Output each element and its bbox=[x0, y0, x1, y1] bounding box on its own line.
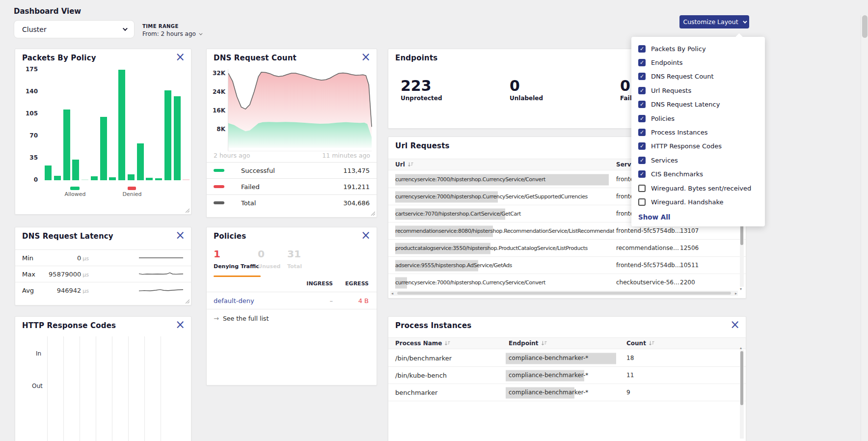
menu-item-label: Process Instances bbox=[651, 129, 708, 136]
checkbox[interactable]: ✓ bbox=[638, 198, 646, 206]
menu-item-wireguard-handshake[interactable]: ✓ Wireguard. Handshake bbox=[638, 195, 765, 209]
tab-count: 1 bbox=[214, 249, 259, 259]
failed-swatch bbox=[214, 185, 224, 188]
checkbox[interactable]: ✓ bbox=[638, 45, 646, 53]
checkbox[interactable]: ✓ bbox=[638, 129, 646, 136]
x-axis-label-end: 11 minutes ago bbox=[322, 152, 370, 159]
count-value: 11 bbox=[626, 367, 634, 384]
column-label: Process Name bbox=[395, 340, 442, 347]
bar bbox=[146, 178, 153, 180]
stat-value: 223 bbox=[401, 78, 442, 94]
legend-value: 191,211 bbox=[343, 183, 370, 191]
latency-unit: µs bbox=[82, 255, 89, 262]
widget-title: Process Instances bbox=[395, 321, 471, 330]
menu-item-label: CIS Benchmarks bbox=[651, 170, 703, 178]
table-header: Process Name Endpoint Count bbox=[388, 337, 746, 349]
widget-title: DNS Request Count bbox=[214, 54, 297, 62]
column-header-process-name[interactable]: Process Name bbox=[395, 340, 450, 347]
resize-handle-icon[interactable] bbox=[185, 208, 190, 213]
show-all-link[interactable]: Show All bbox=[638, 213, 670, 221]
tab-denying-traffic[interactable]: 1 Denying Traffic bbox=[214, 249, 259, 270]
scrollbar-thumb[interactable] bbox=[397, 292, 731, 295]
checkbox[interactable]: ✓ bbox=[638, 170, 646, 178]
checkbox[interactable]: ✓ bbox=[638, 157, 646, 164]
checkbox[interactable]: ✓ bbox=[638, 101, 646, 108]
view-selector[interactable]: Cluster bbox=[14, 20, 135, 38]
menu-item-policies[interactable]: ✓ Policies bbox=[638, 111, 765, 125]
service-value: checkoutservice-56… bbox=[616, 274, 679, 291]
url-value: recommendationservice:8080/hipstershop.R… bbox=[395, 222, 614, 240]
column-header-url[interactable]: Url bbox=[395, 161, 413, 168]
row-label-in: In bbox=[36, 350, 41, 357]
customize-layout-button[interactable]: Customize Layout bbox=[679, 15, 749, 28]
y-tick-label: 8K bbox=[217, 126, 225, 133]
page-scrollbar[interactable] bbox=[861, 15, 868, 441]
scroll-right-icon[interactable]: ▸ bbox=[735, 291, 737, 296]
bar bbox=[72, 160, 79, 180]
sparkline bbox=[139, 286, 183, 294]
column-label: Endpoint bbox=[509, 340, 539, 347]
tab-total[interactable]: 31 Total bbox=[287, 249, 302, 270]
menu-item-dns-request-latency[interactable]: ✓ DNS Request Latency bbox=[638, 98, 765, 111]
scrollbar-thumb[interactable] bbox=[740, 351, 743, 405]
check-icon: ✓ bbox=[640, 60, 644, 65]
time-range[interactable]: TIME RANGE From: 2 hours ago bbox=[142, 24, 201, 37]
table-horizontal-scrollbar[interactable]: ◂ ▸ bbox=[390, 291, 738, 296]
close-icon[interactable]: × bbox=[175, 51, 185, 63]
see-full-list-link[interactable]: → See the full list bbox=[214, 315, 269, 322]
area-chart bbox=[228, 69, 372, 151]
menu-item-wireguard-bytes[interactable]: ✓ Wireguard. Bytes sent/received bbox=[638, 181, 765, 195]
y-tick-label: 70 bbox=[29, 132, 38, 139]
policy-name-link[interactable]: default-deny bbox=[214, 297, 254, 304]
legend-label: Total bbox=[241, 199, 343, 207]
checkbox[interactable]: ✓ bbox=[638, 115, 646, 122]
menu-caret bbox=[735, 33, 743, 41]
tab-label: Total bbox=[287, 263, 302, 270]
bar bbox=[174, 96, 181, 180]
service-value: frontend-5fc5754db… bbox=[616, 257, 681, 274]
tab-count: 31 bbox=[287, 249, 302, 259]
ingress-value: – bbox=[295, 297, 333, 304]
checkbox[interactable]: ✓ bbox=[638, 185, 646, 192]
column-header-count[interactable]: Count bbox=[626, 340, 654, 347]
check-icon: ✓ bbox=[640, 143, 644, 149]
tab-unused[interactable]: 0 Unused bbox=[258, 249, 280, 270]
resize-handle-icon[interactable] bbox=[185, 299, 190, 303]
table-vertical-scrollbar[interactable]: ▴ bbox=[740, 350, 744, 439]
chart-legend: Successful 113,475 Failed 191,211 Total … bbox=[207, 162, 377, 211]
latency-value: 0 bbox=[77, 254, 81, 262]
menu-item-packets-by-policy[interactable]: ✓ Packets By Policy bbox=[638, 42, 765, 55]
y-tick-label: 32K bbox=[213, 70, 225, 77]
resize-handle-icon[interactable] bbox=[370, 211, 375, 216]
check-icon: ✓ bbox=[640, 46, 644, 52]
close-icon[interactable]: × bbox=[175, 229, 185, 241]
legend-row-total: Total 304,686 bbox=[207, 194, 377, 211]
menu-item-http-response-codes[interactable]: ✓ HTTP Response Codes bbox=[638, 139, 765, 153]
close-icon[interactable]: × bbox=[175, 319, 185, 331]
close-icon[interactable]: × bbox=[361, 51, 371, 63]
scroll-left-icon[interactable]: ◂ bbox=[391, 291, 393, 296]
table-row: benchmarker compliance-benchmarker-* 9 bbox=[388, 384, 746, 401]
page-scrollbar-thumb[interactable] bbox=[862, 15, 868, 38]
menu-item-process-instances[interactable]: ✓ Process Instances bbox=[638, 125, 765, 139]
checkbox[interactable]: ✓ bbox=[638, 59, 646, 66]
scroll-down-icon[interactable]: ▾ bbox=[740, 287, 742, 291]
latency-row-min: Min 0µs bbox=[15, 249, 191, 266]
menu-item-url-requests[interactable]: ✓ Url Requests bbox=[638, 83, 765, 97]
menu-item-cis-benchmarks[interactable]: ✓ CIS Benchmarks bbox=[638, 167, 765, 181]
checkbox[interactable]: ✓ bbox=[638, 87, 646, 94]
close-icon[interactable]: × bbox=[361, 229, 371, 241]
menu-item-services[interactable]: ✓ Services bbox=[638, 153, 765, 167]
column-header-endpoint[interactable]: Endpoint bbox=[509, 340, 547, 347]
close-icon[interactable]: × bbox=[730, 319, 740, 331]
menu-item-dns-request-count[interactable]: ✓ DNS Request Count bbox=[638, 70, 765, 83]
legend-value: 113,475 bbox=[343, 167, 370, 174]
menu-item-endpoints[interactable]: ✓ Endpoints bbox=[638, 55, 765, 69]
checkbox[interactable]: ✓ bbox=[638, 73, 646, 80]
y-axis-labels: 32K24K16K8K bbox=[209, 69, 225, 151]
scroll-up-icon[interactable]: ▴ bbox=[740, 346, 742, 350]
checkbox[interactable]: ✓ bbox=[638, 142, 646, 150]
bar bbox=[45, 165, 52, 180]
y-tick-label: 140 bbox=[26, 88, 38, 95]
check-icon: ✓ bbox=[640, 171, 644, 177]
